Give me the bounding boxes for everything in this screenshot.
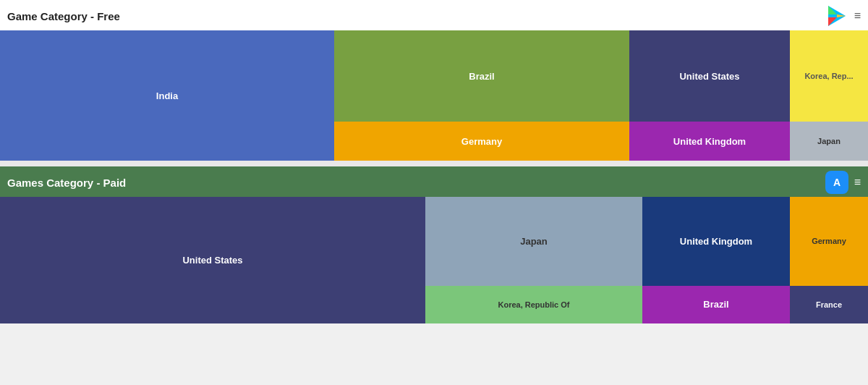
free-korea-cell[interactable]: Korea, Rep... xyxy=(790,30,868,122)
free-united-kingdom-cell[interactable]: United Kingdom xyxy=(629,122,790,161)
play-store-icon xyxy=(825,4,848,28)
free-col2: Brazil Germany xyxy=(334,30,629,161)
free-section-title: Game Category - Free xyxy=(7,10,120,22)
paid-treemap: United States Japan Korea, Republic Of U… xyxy=(0,197,868,323)
paid-col4: Germany France xyxy=(790,197,868,323)
paid-germany-cell[interactable]: Germany xyxy=(790,197,868,286)
app-store-icon: A xyxy=(825,171,848,194)
free-header-right: ≡ xyxy=(825,4,861,28)
paid-japan-cell[interactable]: Japan xyxy=(425,197,642,286)
free-section-header: Game Category - Free ≡ xyxy=(0,0,868,30)
paid-col3: United Kingdom Brazil xyxy=(642,197,790,323)
paid-united-kingdom-cell[interactable]: United Kingdom xyxy=(642,197,790,286)
paid-menu-icon[interactable]: ≡ xyxy=(854,176,861,189)
paid-brazil-cell[interactable]: Brazil xyxy=(642,286,790,324)
free-india-cell[interactable]: India xyxy=(0,30,334,161)
paid-section: Games Category - Paid A ≡ United States … xyxy=(0,166,868,323)
paid-france-cell[interactable]: France xyxy=(790,286,868,324)
free-japan-cell[interactable]: Japan xyxy=(790,122,868,161)
svg-text:A: A xyxy=(833,177,841,188)
free-germany-cell[interactable]: Germany xyxy=(334,122,629,161)
paid-section-header: Games Category - Paid A ≡ xyxy=(0,166,868,197)
section-divider xyxy=(0,161,868,166)
paid-header-right: A ≡ xyxy=(825,171,861,194)
paid-united-states-cell[interactable]: United States xyxy=(0,197,425,323)
free-united-states-cell[interactable]: United States xyxy=(629,30,790,122)
free-treemap: India Brazil Germany United States Unite… xyxy=(0,30,868,161)
free-section: Game Category - Free ≡ India Brazil Germ… xyxy=(0,0,868,161)
free-menu-icon[interactable]: ≡ xyxy=(854,9,861,22)
free-col4: Korea, Rep... Japan xyxy=(790,30,868,161)
paid-section-title: Games Category - Paid xyxy=(7,177,126,189)
paid-korea-cell[interactable]: Korea, Republic Of xyxy=(425,286,642,324)
free-brazil-cell[interactable]: Brazil xyxy=(334,30,629,122)
paid-col2: Japan Korea, Republic Of xyxy=(425,197,642,323)
free-col3: United States United Kingdom xyxy=(629,30,790,161)
